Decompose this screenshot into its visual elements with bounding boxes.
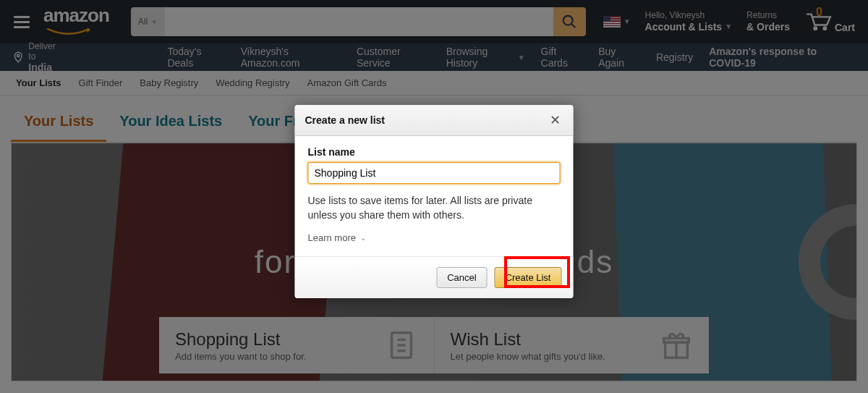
learn-more-label: Learn more	[308, 232, 356, 243]
modal-footer: Cancel Create List	[295, 256, 574, 298]
create-list-modal: Create a new list ✕ List name Use lists …	[295, 105, 574, 298]
chevron-down-icon: ⌄	[360, 234, 366, 242]
learn-more-toggle[interactable]: Learn more ⌄	[308, 232, 561, 243]
modal-body: List name Use lists to save items for la…	[295, 136, 574, 256]
modal-help-text: Use lists to save items for later. All l…	[308, 194, 561, 222]
list-name-input[interactable]	[308, 162, 561, 184]
create-list-button[interactable]: Create List	[495, 267, 562, 288]
list-name-label: List name	[308, 146, 561, 158]
close-icon: ✕	[550, 113, 561, 127]
modal-close-button[interactable]: ✕	[547, 112, 563, 128]
modal-header: Create a new list ✕	[295, 105, 574, 136]
cancel-button[interactable]: Cancel	[436, 267, 487, 288]
modal-title: Create a new list	[305, 114, 386, 126]
